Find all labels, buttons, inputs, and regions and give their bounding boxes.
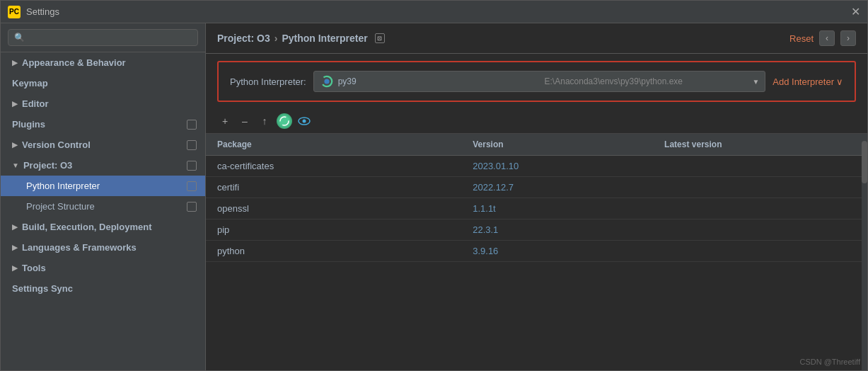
sidebar-item-label: Version Control (22, 139, 91, 150)
sidebar-item-python-interpreter[interactable]: Python Interpreter (1, 176, 205, 196)
sidebar-item-label: Python Interpreter (26, 181, 100, 191)
svg-point-4 (303, 120, 306, 123)
breadcrumb: Project: O3 › Python Interpreter ⊡ (217, 33, 385, 44)
col-header-latest: Latest version (664, 139, 856, 149)
sidebar-item-label: Project: O3 (23, 160, 72, 171)
watermark: CSDN @Threetiff (799, 358, 860, 366)
sidebar-badge (187, 202, 197, 212)
panel-header: Project: O3 › Python Interpreter ⊡ Reset… (206, 23, 867, 54)
interpreter-path: E:\Anaconda3\envs\py39\python.exe (545, 76, 748, 86)
settings-icon: ⊡ (375, 33, 385, 43)
breadcrumb-project: Project: O3 (217, 33, 270, 44)
sidebar-item-languages-frameworks[interactable]: ▶ Languages & Frameworks (1, 237, 205, 258)
package-name: pip (217, 224, 473, 235)
expand-icon: ▶ (12, 264, 18, 272)
svg-point-1 (324, 79, 329, 84)
package-name: certifi (217, 182, 473, 193)
scrollbar-track[interactable] (862, 134, 867, 370)
dropdown-arrow-icon: ▼ (752, 78, 759, 86)
main-content: ▶ Appearance & Behavior Keymap ▶ Editor … (1, 23, 867, 370)
sidebar-item-project-o3[interactable]: ▼ Project: O3 (1, 155, 205, 176)
expand-icon: ▶ (12, 244, 18, 251)
expand-icon: ▶ (12, 100, 18, 108)
col-header-package: Package (217, 139, 473, 149)
scrollbar-thumb[interactable] (862, 141, 867, 183)
add-interpreter-label: Add Interpreter (772, 76, 834, 87)
package-latest (664, 203, 856, 214)
table-row[interactable]: ca-certificates 2023.01.10 (206, 156, 867, 177)
table-row[interactable]: openssl 1.1.1t (206, 198, 867, 219)
package-version: 2023.01.10 (473, 161, 664, 171)
add-interpreter-button[interactable]: Add Interpreter ∨ (772, 76, 843, 87)
main-panel: Project: O3 › Python Interpreter ⊡ Reset… (206, 23, 867, 370)
sidebar-item-settings-sync[interactable]: Settings Sync (1, 278, 205, 299)
sidebar-item-tools[interactable]: ▶ Tools (1, 258, 205, 278)
package-name: ca-certificates (217, 161, 473, 171)
table-row[interactable]: python 3.9.16 (206, 241, 867, 262)
package-version: 3.9.16 (473, 246, 664, 256)
svg-point-2 (280, 117, 289, 125)
close-button[interactable]: ✕ (851, 5, 860, 18)
sidebar-badge (187, 181, 197, 191)
app-icon: PC (8, 6, 21, 18)
package-toolbar: + – ↑ (206, 109, 867, 134)
sidebar-badge (187, 120, 197, 130)
expand-icon: ▶ (12, 223, 18, 231)
title-bar-left: PC Settings (8, 6, 59, 18)
sidebar-item-plugins[interactable]: Plugins (1, 114, 205, 135)
reset-button[interactable]: Reset (789, 33, 814, 44)
sidebar-item-appearance[interactable]: ▶ Appearance & Behavior (1, 52, 205, 73)
package-latest (664, 182, 856, 193)
sidebar-item-label: Tools (22, 263, 46, 273)
expand-icon: ▶ (12, 59, 18, 67)
title-bar: PC Settings ✕ (1, 1, 867, 23)
sidebar-item-label: Build, Execution, Deployment (22, 222, 151, 232)
settings-window: PC Settings ✕ ▶ Appearance & Behavior Ke… (0, 0, 868, 371)
sidebar-item-label: Editor (22, 98, 49, 109)
package-version: 1.1.1t (473, 203, 664, 214)
python-icon (320, 74, 334, 89)
anaconda-icon[interactable] (277, 113, 292, 129)
table-row[interactable]: pip 22.3.1 (206, 219, 867, 241)
sidebar-item-label: Project Structure (26, 201, 95, 212)
sidebar-item-version-control[interactable]: ▶ Version Control (1, 135, 205, 155)
sidebar-item-label: Appearance & Behavior (22, 57, 126, 68)
sidebar-badge (187, 140, 197, 150)
add-package-button[interactable]: + (217, 113, 233, 129)
interpreter-section: Python Interpreter: py39 E:\Anaconda3\en… (217, 61, 856, 102)
sidebar-item-label: Keymap (12, 78, 48, 89)
back-button[interactable]: ‹ (819, 30, 835, 46)
interpreter-label: Python Interpreter: (230, 76, 306, 87)
package-version: 2022.12.7 (473, 182, 664, 193)
sidebar-item-build-execution[interactable]: ▶ Build, Execution, Deployment (1, 217, 205, 237)
show-all-icon[interactable] (296, 113, 312, 129)
table-row[interactable]: certifi 2022.12.7 (206, 177, 867, 198)
package-latest (664, 224, 856, 235)
remove-package-button[interactable]: – (237, 113, 253, 129)
sidebar-item-label: Settings Sync (12, 283, 73, 294)
interpreter-name: py39 (338, 76, 542, 86)
package-version: 22.3.1 (473, 224, 664, 235)
upgrade-package-button[interactable]: ↑ (257, 113, 272, 129)
package-latest (664, 246, 856, 256)
sidebar-item-editor[interactable]: ▶ Editor (1, 93, 205, 114)
forward-button[interactable]: › (840, 30, 856, 46)
breadcrumb-current: Python Interpreter (282, 33, 367, 44)
breadcrumb-separator: › (274, 33, 278, 44)
sidebar-badge (187, 161, 197, 171)
package-table: Package Version Latest version ca-certif… (206, 134, 867, 370)
sidebar-item-keymap[interactable]: Keymap (1, 73, 205, 93)
sidebar-item-project-structure[interactable]: Project Structure (1, 196, 205, 217)
search-bar (1, 23, 205, 52)
sidebar-item-label: Languages & Frameworks (22, 242, 137, 253)
expand-icon: ▶ (12, 141, 18, 149)
sidebar: ▶ Appearance & Behavior Keymap ▶ Editor … (1, 23, 206, 370)
col-header-version: Version (473, 139, 664, 149)
window-title: Settings (26, 6, 59, 17)
expand-icon: ▼ (12, 161, 19, 169)
add-interpreter-arrow: ∨ (836, 76, 843, 87)
interpreter-dropdown[interactable]: py39 E:\Anaconda3\envs\py39\python.exe ▼ (313, 71, 766, 92)
search-input[interactable] (8, 29, 198, 46)
table-header: Package Version Latest version (206, 134, 867, 156)
package-name: python (217, 246, 473, 256)
